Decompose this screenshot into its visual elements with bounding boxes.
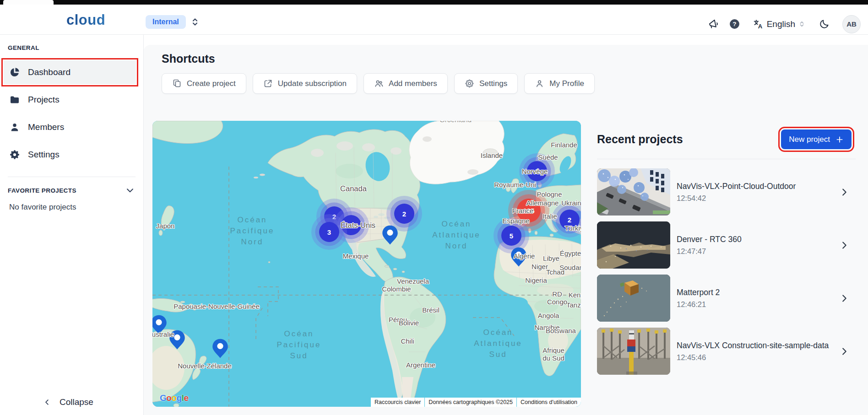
avatar[interactable]: AB: [842, 15, 861, 33]
announcements-icon[interactable]: [707, 18, 719, 30]
chevron-right-icon: [839, 293, 849, 303]
favorites-empty-text: No favorite projects: [9, 203, 143, 212]
update-subscription-button[interactable]: Update subscription: [253, 73, 357, 94]
settings-button[interactable]: Settings: [454, 73, 518, 94]
sidebar-divider: [8, 177, 136, 177]
project-name: Denver - RTC 360: [677, 235, 839, 244]
chevron-left-icon: [43, 398, 51, 406]
copy-icon: [172, 79, 182, 88]
sidebar: GENERAL Dashboard Projects Members Setti…: [0, 34, 144, 415]
chevron-right-icon: [839, 240, 849, 250]
recent-projects-title: Recent projects: [597, 133, 683, 146]
person-o-icon: [535, 79, 544, 88]
google-logo[interactable]: Google: [160, 393, 188, 403]
map-attribution-link[interactable]: Conditions d'utilisation: [517, 398, 581, 407]
shortcut-button-label: My Profile: [549, 79, 584, 88]
recent-projects-list: NavVis-VLX-Point-Cloud-Outdoor 12:54:42 …: [597, 168, 856, 375]
project-timestamp: 12:47:47: [677, 247, 839, 256]
create-project-button[interactable]: Create project: [162, 73, 246, 94]
project-name: NavVis-VLX-Point-Cloud-Outdoor: [677, 182, 839, 191]
cluster-count: 2: [559, 210, 580, 230]
sidebar-item-settings[interactable]: Settings: [4, 143, 136, 167]
project-timestamp: 12:45:46: [677, 353, 839, 362]
shortcut-button-label: Update subscription: [278, 79, 347, 88]
recent-projects-panel: Recent projects New project: [597, 121, 856, 375]
plus-icon: [835, 135, 844, 144]
person-icon: [9, 122, 20, 133]
project-thumbnail: [597, 221, 670, 269]
language-chevrons-icon: [798, 21, 805, 27]
browser-strip: [0, 0, 868, 5]
people-icon: [374, 79, 384, 88]
project-list-item[interactable]: Matterport 2 12:46:21: [597, 275, 856, 322]
my-profile-button[interactable]: My Profile: [524, 73, 595, 94]
external-icon: [263, 79, 273, 88]
gear-o-icon: [465, 79, 474, 88]
project-list-item[interactable]: NavVis-VLX-Point-Cloud-Outdoor 12:54:42: [597, 168, 856, 216]
browser-tab[interactable]: [3, 0, 54, 5]
sidebar-item-label: Projects: [28, 95, 60, 105]
map-pin[interactable]: [152, 315, 167, 337]
chevron-right-icon: [839, 187, 849, 197]
cluster-count: 2: [527, 161, 547, 181]
project-name: NavVis-VLX Construction-site-sample-data: [677, 341, 839, 350]
shortcut-button-label: Create project: [187, 79, 236, 88]
language-label: English: [767, 19, 795, 29]
project-list-item[interactable]: NavVis-VLX Construction-site-sample-data…: [597, 328, 856, 375]
sidebar-items: Dashboard Projects Members Settings: [0, 60, 143, 167]
add-members-button[interactable]: Add members: [363, 73, 448, 94]
gear-icon: [9, 149, 20, 160]
sidebar-section-favorites: FAVORITE PROJECTS: [8, 187, 76, 194]
sidebar-item-label: Members: [28, 122, 64, 132]
project-name: Matterport 2: [677, 288, 839, 297]
dark-mode-icon[interactable]: [819, 19, 830, 30]
svg-text:?: ?: [732, 21, 736, 27]
map-attribution-link[interactable]: Raccourcis clavier: [371, 398, 424, 407]
main-content: Shortcuts Create project Update subscrip…: [143, 45, 868, 415]
map-pin[interactable]: [510, 247, 527, 269]
chevron-right-icon: [839, 346, 849, 356]
world-map[interactable]: Groenland Islande Finlande Suède Norvège…: [152, 121, 581, 407]
project-thumbnail: [597, 168, 670, 216]
cluster-count: 3: [319, 222, 339, 242]
sidebar-item-label: Settings: [28, 150, 60, 160]
shortcuts-row: Create project Update subscription Add m…: [162, 73, 595, 94]
top-bar: cloud Internal ? A English AB: [0, 5, 868, 35]
sidebar-item-members[interactable]: Members: [4, 115, 136, 139]
map-attribution-link[interactable]: Données cartographiques ©2025: [425, 398, 516, 407]
shortcuts-title: Shortcuts: [162, 52, 215, 65]
project-timestamp: 12:46:21: [677, 300, 839, 309]
map-pin[interactable]: [212, 339, 228, 361]
map-attribution: Raccourcis clavierDonnées cartographique…: [371, 398, 581, 407]
workspace-selector[interactable]: Internal: [146, 15, 186, 29]
translate-icon: A: [753, 19, 764, 30]
map-pin[interactable]: [382, 225, 398, 247]
sidebar-item-projects[interactable]: Projects: [4, 88, 136, 112]
workspace-expander-icon[interactable]: [190, 16, 201, 27]
svg-text:A: A: [758, 22, 762, 29]
favorites-collapse-chevron-icon[interactable]: [125, 185, 135, 195]
sidebar-section-general: GENERAL: [8, 44, 143, 51]
sidebar-item-label: Dashboard: [28, 67, 71, 77]
project-timestamp: 12:54:42: [677, 194, 839, 203]
shortcut-button-label: Add members: [389, 79, 437, 88]
folder-icon: [9, 94, 20, 105]
cluster-count: 125: [517, 199, 541, 222]
cluster-count: 2: [394, 204, 414, 224]
help-icon[interactable]: ?: [729, 18, 740, 30]
project-list-item[interactable]: Denver - RTC 360 12:47:47: [597, 221, 856, 269]
new-project-button[interactable]: New project: [781, 129, 852, 149]
pie-icon: [9, 67, 20, 78]
app-logo[interactable]: cloud: [66, 12, 105, 28]
language-selector[interactable]: A English: [750, 18, 808, 30]
project-thumbnail: [597, 275, 670, 322]
cluster-count: 5: [501, 226, 521, 246]
sidebar-collapse-button[interactable]: Collapse: [40, 397, 96, 408]
map-pin[interactable]: [169, 330, 185, 352]
project-thumbnail: [597, 328, 670, 375]
shortcut-button-label: Settings: [479, 79, 507, 88]
sidebar-item-dashboard[interactable]: Dashboard: [4, 60, 136, 84]
recent-projects-divider: [597, 159, 856, 159]
